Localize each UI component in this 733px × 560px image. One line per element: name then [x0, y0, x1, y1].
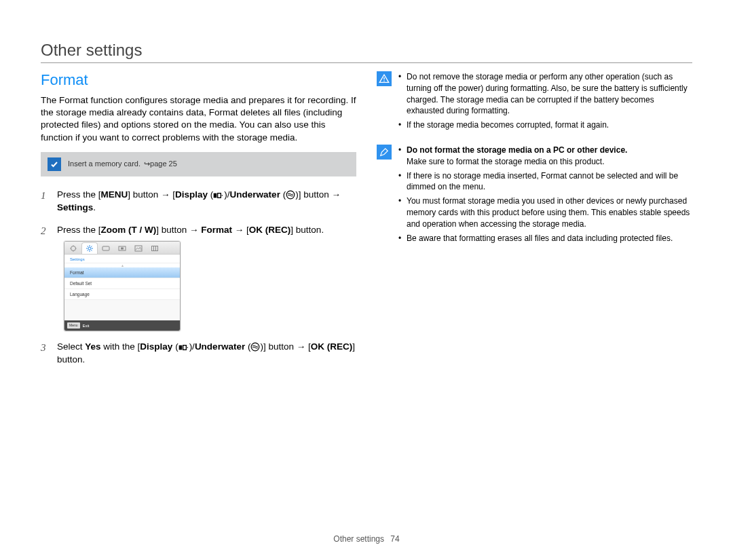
note-pencil-icon [377, 145, 392, 160]
screenshot-tab-icon [66, 243, 81, 254]
settings-label: Settings [57, 202, 93, 212]
warning-list: Do not remove the storage media or perfo… [398, 71, 692, 134]
svg-rect-1 [218, 193, 221, 198]
note-item: Be aware that formatting erases all file… [398, 233, 692, 244]
display-label: Display [175, 189, 208, 200]
step-1: 1 Press the [MENU] button → [Display ()/… [41, 189, 356, 214]
intro-paragraph: The Format function configures storage m… [41, 94, 356, 144]
screenshot-tab-icon [98, 243, 113, 254]
svg-point-18 [383, 81, 385, 82]
svg-rect-0 [214, 193, 217, 198]
title-rule [41, 62, 692, 63]
zoom-button-label: Zoom (T / W) [101, 225, 157, 235]
checkmark-icon [48, 157, 61, 171]
page-title: Other settings [41, 41, 692, 60]
screenshot-header: Settings [64, 255, 180, 263]
step-3: 3 Select Yes with the [Display ()/Underw… [41, 341, 356, 367]
svg-point-5 [88, 247, 91, 250]
note-list: Do not format the storage media on a PC … [398, 145, 692, 246]
page-footer: Other settings 74 [0, 534, 733, 544]
step-2: 2 Press the [Zoom (T / W)] button → Form… [41, 224, 356, 332]
page-number: 74 [390, 534, 399, 544]
svg-point-15 [252, 343, 260, 351]
memory-note-label: Insert a memory card. [68, 160, 140, 168]
svg-rect-13 [183, 346, 186, 350]
screenshot-menu-button: Menu [67, 322, 80, 329]
svg-point-3 [286, 191, 295, 199]
display-toggle-icon [213, 191, 224, 200]
svg-rect-6 [102, 246, 109, 250]
menu-button-label: MENU [101, 189, 128, 200]
content-columns: Format The Format function configures st… [41, 71, 692, 376]
warning-item: If the storage media becomes corrupted, … [398, 119, 692, 131]
screenshot-exit-label: Exit [83, 323, 90, 329]
screenshot-blank [64, 300, 180, 320]
steps-list: 1 Press the [MENU] button → [Display ()/… [41, 189, 356, 367]
svg-rect-8 [121, 247, 124, 249]
note-item-lead: Do not format the storage media on a PC … [398, 145, 692, 168]
display-label: Display [140, 341, 172, 352]
left-column: Format The Format function configures st… [41, 71, 356, 376]
underwater-icon [286, 190, 295, 200]
note-lead-rest: Make sure to format the storage media on… [407, 156, 692, 168]
warning-block: Do not remove the storage media or perfo… [377, 71, 692, 134]
display-toggle-icon [178, 343, 189, 352]
memory-note-page: page 25 [150, 160, 177, 168]
screenshot-footer: Menu Exit [64, 320, 180, 331]
underwater-label: Underwater [230, 189, 280, 200]
yes-label: Yes [85, 341, 100, 352]
screenshot-tab-icon [147, 243, 162, 254]
section-title: Format [41, 71, 356, 89]
memory-card-note: Insert a memory card. ↪page 25 [41, 152, 356, 176]
ok-rec-label: OK (REC) [249, 225, 291, 235]
screenshot-tab-gear-icon [82, 243, 97, 254]
underwater-icon [250, 342, 260, 352]
screenshot-tab-bar [64, 242, 180, 255]
device-screenshot: Settings ▴ Format Default Set Language M… [64, 241, 181, 332]
document-page: Other settings Format The Format functio… [0, 0, 733, 560]
screenshot-tab-icon [131, 243, 146, 254]
svg-point-4 [71, 246, 76, 250]
svg-rect-14 [187, 348, 187, 348]
svg-rect-2 [222, 195, 223, 195]
footer-label: Other settings [333, 534, 384, 544]
step-number: 2 [41, 224, 46, 238]
underwater-label: Underwater [195, 341, 245, 352]
step-number: 1 [41, 189, 46, 203]
screenshot-tab-icon [115, 243, 130, 254]
format-label: Format [201, 225, 232, 235]
screenshot-row: Default Set [64, 278, 180, 289]
ok-rec-label: OK (REC) [311, 341, 353, 352]
note-lead-bold: Do not format the storage media on a PC … [407, 145, 627, 155]
right-column: Do not remove the storage media or perfo… [377, 71, 692, 376]
page-ref-arrow-icon: ↪ [144, 160, 150, 168]
screenshot-row: Language [64, 289, 180, 300]
memory-note-text: Insert a memory card. ↪page 25 [68, 160, 177, 168]
note-block: Do not format the storage media on a PC … [377, 145, 692, 246]
warning-triangle-icon [377, 71, 392, 86]
step-number: 3 [41, 341, 46, 355]
warning-item: Do not remove the storage media or perfo… [398, 71, 692, 117]
note-item: If there is no storage media inserted, F… [398, 170, 692, 193]
svg-rect-12 [178, 346, 182, 350]
screenshot-row-selected: Format [64, 267, 180, 278]
note-item: You must format storage media you used i… [398, 195, 692, 229]
